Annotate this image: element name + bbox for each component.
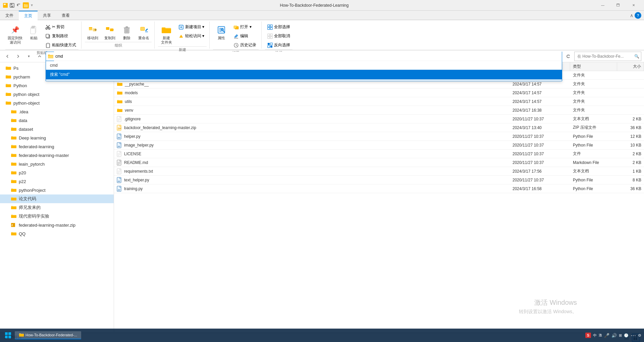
table-row[interactable]: .py text_helper.py 2020/11/27 10:37 Pyth… <box>114 176 644 184</box>
taskbar-explorer-item[interactable]: How-To-Backdoor-Federated-... <box>15 331 81 339</box>
maximize-button[interactable]: 🗖 <box>610 0 626 11</box>
edit-button[interactable]: 编辑 <box>231 32 259 40</box>
table-row[interactable]: README.md 2020/11/27 10:37 Markdown File… <box>114 158 644 167</box>
pin-button[interactable]: 📌 固定到快速访问 <box>5 23 25 46</box>
save-icon[interactable] <box>9 3 15 8</box>
table-row[interactable]: ZIP backdoor_federated_learning-master.z… <box>114 123 644 132</box>
copy-path-button[interactable]: 复制路径 <box>43 32 78 40</box>
up-button[interactable] <box>35 52 44 61</box>
new-folder-button[interactable]: 新建文件夹 <box>158 23 175 46</box>
table-row[interactable]: utils 2024/3/17 14:57 文件夹 <box>114 97 644 106</box>
table-row[interactable]: models 2024/3/17 14:57 文件夹 <box>114 89 644 97</box>
sidebar-label-ps: Ps <box>13 66 18 71</box>
table-row[interactable]: .py image_helper.py 2020/11/27 10:37 Pyt… <box>114 141 644 150</box>
table-row[interactable]: LICENSE 2020/11/27 10:37 文件 2 KB <box>114 150 644 158</box>
history-button[interactable]: 历史记录 <box>231 41 259 49</box>
history-label: 历史记录 <box>240 42 256 48</box>
address-option-search[interactable]: 搜索 "cmd" <box>46 70 562 79</box>
new-item-icon <box>178 24 184 30</box>
navigation-bar: ▼ cmd 搜索 "cmd" 🔍 <box>0 50 644 62</box>
sidebar-item-python-object[interactable]: python object <box>0 90 114 99</box>
sidebar-item-leain-pytorch[interactable]: leain_pytorch <box>0 160 114 168</box>
search-input[interactable] <box>574 52 641 61</box>
cut-button[interactable]: ✂ 剪切 <box>43 23 78 31</box>
move-to-button[interactable]: 移动到 <box>85 23 101 42</box>
sidebar-item-python-object2[interactable]: python-object <box>0 99 114 107</box>
sidebar-item-python[interactable]: Python <box>0 81 114 90</box>
minimize-button[interactable]: — <box>595 0 610 11</box>
table-row[interactable]: __pycache__ 2024/3/17 14:57 文件夹 <box>114 80 644 89</box>
easy-access-button[interactable]: 轻松访问 ▾ <box>176 32 207 40</box>
sidebar-item-federated-learning-master[interactable]: federated-learning-master <box>0 151 114 160</box>
select-all-button[interactable]: 全部选择 <box>265 23 292 31</box>
ribbon-collapse-button[interactable]: ∧ <box>630 13 633 18</box>
address-option-cmd[interactable]: cmd <box>46 61 562 70</box>
rename-button[interactable]: 重命名 <box>136 23 152 42</box>
new-item-button[interactable]: 新建项目 ▾ <box>176 23 207 31</box>
close-button[interactable]: ✕ <box>626 0 641 11</box>
sidebar-item-idea[interactable]: .idea <box>0 107 114 116</box>
table-row[interactable]: .py helper.py 2020/11/27 10:37 Python Fi… <box>114 132 644 141</box>
sidebar-label-idea: .idea <box>19 109 28 114</box>
sidebar-item-lunwen[interactable]: 论文代码 <box>0 194 114 203</box>
paste-button[interactable]: 粘贴 <box>26 23 42 42</box>
delete-button[interactable]: 删除 <box>119 23 135 42</box>
table-row[interactable]: venv 2024/3/17 16:38 文件夹 <box>114 106 644 115</box>
taskbar-apps-icon[interactable]: ⋯ <box>631 332 636 339</box>
sidebar-item-p22[interactable]: p22 <box>0 177 114 186</box>
dropdown-arrow[interactable]: ▼ <box>30 3 34 7</box>
sidebar-item-dataset[interactable]: dataset <box>0 125 114 133</box>
taskbar-clock-icon[interactable]: 🕐 <box>624 333 629 338</box>
taskbar-settings-icon[interactable]: ⚙ <box>638 333 641 338</box>
sidebar-item-p20[interactable]: p20 <box>0 168 114 177</box>
paste-shortcut-button[interactable]: 粘贴快捷方式 <box>43 41 78 49</box>
tab-home[interactable]: 主页 <box>19 11 38 20</box>
taskbar-volume-icon[interactable]: 🔊 <box>611 333 617 338</box>
taskbar-activate-icon[interactable]: 激 <box>599 333 602 338</box>
address-input[interactable] <box>54 52 562 61</box>
col-header-size[interactable]: 大小 <box>617 62 644 71</box>
svg-rect-38 <box>270 34 272 36</box>
properties-button[interactable]: 属性 <box>213 23 230 42</box>
undo-icon[interactable] <box>16 3 21 8</box>
taskbar-mic-icon[interactable]: 🎤 <box>604 333 609 338</box>
taskbar-ime-icon[interactable]: 中 <box>593 333 597 338</box>
tab-file[interactable]: 文件 <box>0 11 19 20</box>
table-row[interactable]: .py training.py 2024/3/17 16:58 Python F… <box>114 184 644 193</box>
help-button[interactable]: ? <box>635 12 641 19</box>
sidebar-item-data[interactable]: data <box>0 116 114 125</box>
taskbar-network-icon[interactable]: ⊞ <box>619 333 622 338</box>
sidebar-label-dataset: dataset <box>19 127 33 132</box>
sidebar-item-deep-learning[interactable]: Deep learning <box>0 133 114 142</box>
sidebar-item-fedzip[interactable]: Z federated-learning-master.zip <box>0 221 114 229</box>
copy-to-button[interactable]: 复制到 <box>102 23 118 42</box>
select-none-button[interactable]: 全部取消 <box>265 32 292 40</box>
invert-select-button[interactable]: 反向选择 <box>265 41 292 49</box>
file-date-utils: 2024/3/17 14:57 <box>510 99 570 104</box>
folder-quick-icon <box>23 2 29 8</box>
cut-label: ✂ 剪切 <box>52 24 64 30</box>
svg-rect-33 <box>268 25 270 27</box>
tab-view[interactable]: 查看 <box>56 11 75 20</box>
address-refresh-button[interactable] <box>564 52 573 61</box>
sidebar-item-python-project[interactable]: pythonProject <box>0 186 114 194</box>
sidebar-item-federated-learning[interactable]: federated-learning <box>0 142 114 151</box>
back-button[interactable] <box>3 52 12 61</box>
start-button[interactable] <box>3 330 13 341</box>
svg-rect-19 <box>106 27 109 30</box>
file-date-pycache: 2024/3/17 14:57 <box>510 82 570 87</box>
table-row[interactable]: .gitignore 2020/11/27 10:37 文本文档 2 KB <box>114 115 644 123</box>
col-header-type[interactable]: 类型 <box>570 62 617 71</box>
file-name-pycache: __pycache__ <box>114 82 510 87</box>
tab-share[interactable]: 共享 <box>38 11 56 20</box>
sidebar-item-shixiong[interactable]: 师兄发来的 <box>0 203 114 212</box>
forward-button[interactable] <box>13 52 23 61</box>
sidebar-item-xiandai[interactable]: 现代密码学实验 <box>0 212 114 221</box>
svg-rect-35 <box>268 27 270 30</box>
table-row[interactable]: requirements.txt 2024/3/17 17:56 文本文档 1 … <box>114 167 644 176</box>
open-button[interactable]: 打开 ▾ <box>231 23 259 31</box>
ribbon-tab-bar: 文件 主页 共享 查看 ∧ ? <box>0 11 644 20</box>
taskbar-wps-icon[interactable]: S <box>585 333 591 338</box>
recent-button[interactable]: ▼ <box>24 52 34 61</box>
sidebar-item-qq[interactable]: QQ <box>0 229 114 238</box>
